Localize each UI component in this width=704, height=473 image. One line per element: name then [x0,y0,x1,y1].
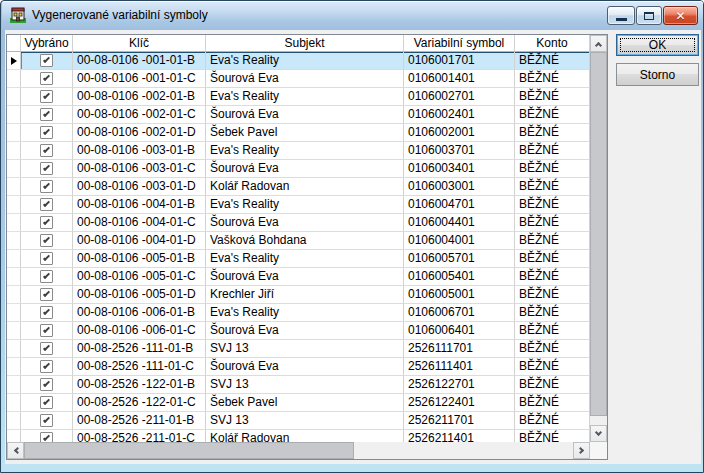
table-row[interactable]: 00-08-2526 -211-01-CKolář Radovan2526211… [7,430,590,442]
table-row[interactable]: 00-08-0106 -004-01-CŠourová Eva010600440… [7,214,590,232]
scroll-up-button[interactable] [590,35,607,52]
table-row[interactable]: 00-08-0106 -001-01-CŠourová Eva010600140… [7,70,590,88]
row-checkbox[interactable] [40,306,53,319]
ok-button[interactable]: OK [616,34,699,56]
row-checkbox[interactable] [40,288,53,301]
cell-variabilni-symbol: 0106003001 [404,178,515,196]
row-checkbox[interactable] [40,234,53,247]
scroll-left-button[interactable] [7,442,24,459]
row-checkbox[interactable] [40,162,53,175]
cell-klic: 00-08-2526 -111-01-C [73,358,206,376]
checkmark-icon [43,380,50,387]
table-row[interactable]: 00-08-0106 -006-01-CŠourová Eva010600640… [7,322,590,340]
minimize-button[interactable] [607,6,635,25]
row-content: 00-08-0106 -004-01-DVašková Bohdana01060… [21,232,590,250]
cell-variabilni-symbol: 0106004701 [404,196,515,214]
horizontal-scrollbar-thumb[interactable] [24,442,354,459]
row-checkbox[interactable] [40,252,53,265]
column-header-4[interactable]: Variabilní symbol [404,35,515,52]
table-row[interactable]: 00-08-0106 -006-01-BEva's Reality0106006… [7,304,590,322]
row-checkbox[interactable] [40,54,53,67]
row-checkbox[interactable] [40,396,53,409]
dialog-client-area: VybránoKlíčSubjektVariabilní symbolKonto… [5,30,701,464]
row-indicator-cell [7,124,21,142]
cancel-button[interactable]: Storno [616,63,699,86]
cell-variabilni-symbol: 0106002401 [404,106,515,124]
row-checkbox[interactable] [40,72,53,85]
table-row[interactable]: 00-08-0106 -003-01-BEva's Reality0106003… [7,142,590,160]
row-indicator-cell [7,88,21,106]
cell-subjekt: Krechler Jiří [206,286,404,304]
table-row[interactable]: 00-08-0106 -002-01-BEva's Reality0106002… [7,88,590,106]
row-checkbox[interactable] [40,378,53,391]
titlebar[interactable]: Vygenerované variabilní symboly ✕ [2,1,703,30]
table-row[interactable]: 00-08-0106 -005-01-DKrechler Jiří0106005… [7,286,590,304]
close-button[interactable]: ✕ [663,6,698,25]
cell-variabilni-symbol: 2526122401 [404,394,515,412]
table-row[interactable]: 00-08-0106 -004-01-BEva's Reality0106004… [7,196,590,214]
cell-klic: 00-08-0106 -006-01-B [73,304,206,322]
vertical-scrollbar-thumb[interactable] [590,52,607,416]
row-indicator-cell [7,358,21,376]
column-header-2[interactable]: Klíč [73,35,206,52]
table-row[interactable]: 00-08-2526 -111-01-CŠourová Eva252611140… [7,358,590,376]
checkmark-icon [43,164,50,171]
table-row[interactable]: 00-08-2526 -111-01-BSVJ 132526111701BĚŽN… [7,340,590,358]
table-row[interactable]: 00-08-2526 -211-01-BSVJ 132526211701BĚŽN… [7,412,590,430]
checkbox-cell [21,232,73,250]
row-checkbox[interactable] [40,126,53,139]
scroll-down-button[interactable] [590,425,607,442]
cell-klic: 00-08-0106 -001-01-C [73,70,206,88]
table-row[interactable]: 00-08-0106 -003-01-DKolář Radovan0106003… [7,178,590,196]
row-checkbox[interactable] [40,432,53,442]
checkmark-icon [43,308,50,315]
row-content: 00-08-0106 -003-01-CŠourová Eva010600340… [21,160,590,178]
row-indicator-cell [7,52,21,70]
checkbox-cell [21,394,73,412]
row-checkbox[interactable] [40,324,53,337]
row-indicator-cell [7,196,21,214]
close-icon: ✕ [675,10,685,22]
grid-rows: 00-08-0106 -001-01-BEva's Reality0106001… [7,52,590,442]
table-row[interactable]: 00-08-2526 -122-01-BSVJ 132526122701BĚŽN… [7,376,590,394]
vertical-scrollbar[interactable] [590,35,607,442]
column-header-1[interactable]: Vybráno [21,35,73,52]
row-checkbox[interactable] [40,144,53,157]
cell-klic: 00-08-0106 -006-01-C [73,322,206,340]
table-row[interactable]: 00-08-0106 -005-01-CŠourová Eva010600540… [7,268,590,286]
column-header-5[interactable]: Konto [515,35,590,52]
checkmark-icon [43,218,50,225]
cell-subjekt: Šourová Eva [206,322,404,340]
row-checkbox[interactable] [40,360,53,373]
table-row[interactable]: 00-08-2526 -122-01-CŠebek Pavel252612240… [7,394,590,412]
cell-subjekt: Kolář Radovan [206,430,404,442]
scroll-right-button[interactable] [573,442,590,459]
table-row[interactable]: 00-08-0106 -001-01-BEva's Reality0106001… [7,52,590,70]
cell-variabilni-symbol: 2526111401 [404,358,515,376]
table-row[interactable]: 00-08-0106 -003-01-CŠourová Eva010600340… [7,160,590,178]
row-checkbox[interactable] [40,90,53,103]
row-checkbox[interactable] [40,216,53,229]
maximize-button[interactable] [636,6,662,25]
checkbox-cell [21,106,73,124]
row-content: 00-08-0106 -003-01-BEva's Reality0106003… [21,142,590,160]
row-checkbox[interactable] [40,270,53,283]
column-header-3[interactable]: Subjekt [206,35,404,52]
table-row[interactable]: 00-08-0106 -004-01-DVašková Bohdana01060… [7,232,590,250]
table-row[interactable]: 00-08-0106 -002-01-DŠebek Pavel010600200… [7,124,590,142]
row-checkbox[interactable] [40,108,53,121]
checkbox-cell [21,196,73,214]
horizontal-scrollbar[interactable] [7,442,590,459]
cell-konto: BĚŽNÉ [515,124,590,142]
row-checkbox[interactable] [40,198,53,211]
checkbox-cell [21,52,73,70]
checkmark-icon [43,128,50,135]
row-checkbox[interactable] [40,180,53,193]
variable-symbols-grid: VybránoKlíčSubjektVariabilní symbolKonto… [6,34,608,460]
row-checkbox[interactable] [40,342,53,355]
dialog-window: Vygenerované variabilní symboly ✕ Vybrán… [0,0,704,473]
table-row[interactable]: 00-08-0106 -005-01-BEva's Reality0106005… [7,250,590,268]
row-checkbox[interactable] [40,414,53,427]
table-row[interactable]: 00-08-0106 -002-01-CŠourová Eva010600240… [7,106,590,124]
cell-subjekt: Šourová Eva [206,106,404,124]
